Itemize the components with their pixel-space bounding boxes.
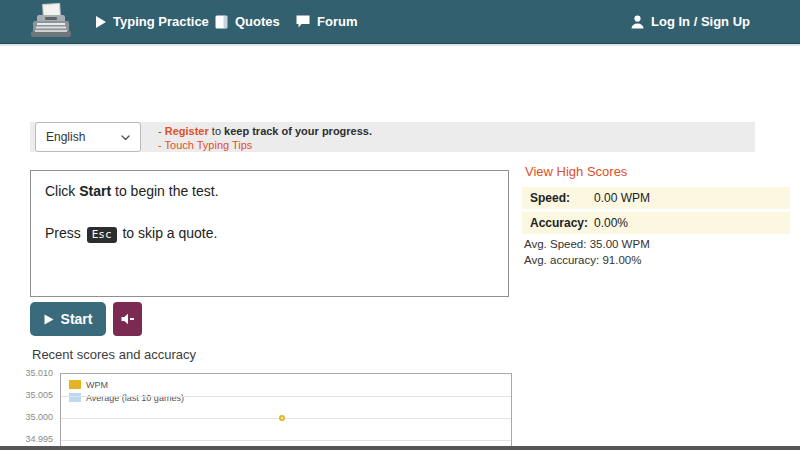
play-icon [95,16,106,28]
nav-forum-label: Forum [317,14,357,29]
legend-swatch [69,393,81,402]
gridline [61,396,511,397]
average-stats: Avg. Speed: 35.00 WPM Avg. accuracy: 91.… [524,236,650,268]
typewriter-icon [25,2,77,42]
top-navbar: Typing Practice Quotes Forum Log In / Si… [0,0,800,44]
sound-toggle-button[interactable] [113,302,142,336]
accuracy-label: Accuracy: [522,216,594,230]
nav-forum[interactable]: Forum [296,0,357,44]
nav-typing-practice[interactable]: Typing Practice [95,0,209,44]
quote-line1-post: to begin the test. [111,183,218,199]
touch-typing-tips-line: - Touch Typing Tips [158,138,372,152]
legend-label: Average (last 10 games) [86,393,184,403]
accuracy-row: Accuracy: 0.00% [522,212,790,234]
language-select[interactable]: English [35,122,141,152]
nav-login-signup[interactable]: Log In / Sign Up [631,0,750,44]
y-tick-label: 35.005 [25,390,53,400]
speed-label: Speed: [522,191,594,205]
nav-quotes-label: Quotes [235,14,280,29]
start-button[interactable]: Start [30,302,106,336]
accuracy-value: 0.00% [594,216,628,230]
start-button-label: Start [61,311,93,327]
register-line: - Register to keep track of your progres… [158,124,372,138]
avg-accuracy-text: Avg. accuracy: 91.00% [524,252,650,268]
legend-item: Average (last 10 games) [69,391,184,404]
quote-line2-post: to skip a quote. [119,225,218,241]
legend-item: WPM [69,378,184,391]
quote-line2-pre: Press [45,225,85,241]
language-toolbar: English - Register to keep track of your… [30,122,755,152]
legend-label: WPM [86,380,108,390]
next-section-edge [0,446,800,450]
y-tick-label: 35.000 [25,412,53,422]
page: Typing Practice Quotes Forum Log In / Si… [0,0,800,450]
play-icon [44,314,54,325]
language-selected-value: English [46,130,85,144]
register-link[interactable]: Register [165,125,209,137]
recent-scores-chart: WPMAverage (last 10 games) [60,373,512,450]
nav-login-label: Log In / Sign Up [651,14,750,29]
gridline [61,440,511,441]
speaker-icon [121,313,135,325]
chevron-down-icon [121,130,130,144]
esc-key-badge: Esc [87,227,117,243]
nav-typing-practice-label: Typing Practice [113,14,209,29]
avg-speed-text: Avg. Speed: 35.00 WPM [524,236,650,252]
person-icon [631,15,644,29]
chart-y-axis: 35.01035.00535.00034.995 [0,368,56,450]
speech-bubble-icon [296,15,310,28]
nav-quotes[interactable]: Quotes [215,0,280,44]
toolbar-links: - Register to keep track of your progres… [158,124,372,152]
speed-value: 0.00 WPM [594,191,650,205]
legend-swatch [69,380,81,389]
quote-instruction-line1: Click Start to begin the test. [45,183,494,199]
speed-row: Speed: 0.00 WPM [522,187,790,209]
register-dash: - [158,125,165,137]
touch-typing-tips-link[interactable]: - Touch Typing Tips [158,139,252,151]
current-score-table: Speed: 0.00 WPM Accuracy: 0.00% [522,187,790,237]
book-icon [215,15,228,29]
register-rest: keep track of your progress. [224,125,372,137]
gridline [61,418,511,419]
view-high-scores-link[interactable]: View High Scores [525,164,627,179]
quote-instruction-line2: Press Esc to skip a quote. [45,225,494,243]
data-point [279,415,285,421]
y-tick-label: 35.010 [25,368,53,378]
chart-heading: Recent scores and accuracy [32,347,196,362]
y-tick-label: 34.995 [25,434,53,444]
register-mid: to [209,125,224,137]
chart-legend: WPMAverage (last 10 games) [69,378,184,404]
quote-box[interactable]: Click Start to begin the test. Press Esc… [30,170,509,297]
quote-line1-start-word: Start [79,183,111,199]
typewriter-logo[interactable] [25,2,77,42]
quote-line1-pre: Click [45,183,79,199]
